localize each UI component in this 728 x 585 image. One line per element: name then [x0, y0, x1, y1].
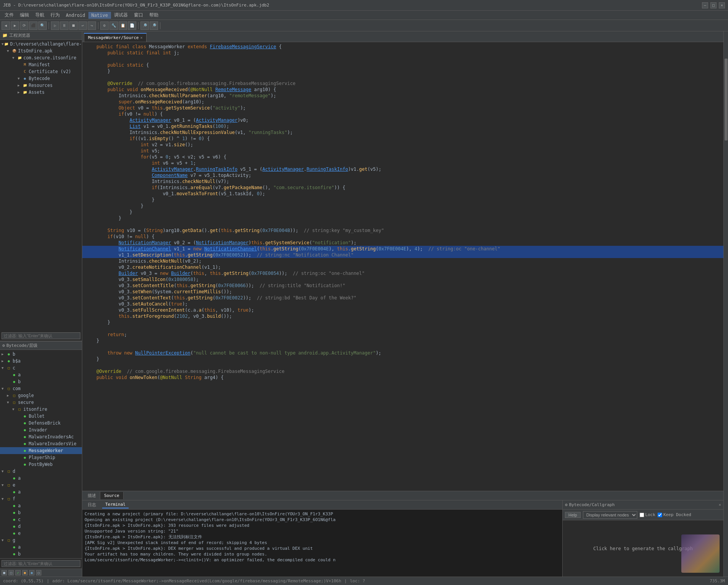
project-tree-item[interactable]: ▼📦ItsOnFire.apk — [0, 47, 82, 54]
terminal-content[interactable]: Creating a new project (primary file: D:… — [82, 510, 562, 577]
callgraph-display-select[interactable]: Display relevant nodes — [583, 511, 637, 519]
bytecode-tree-item[interactable]: ▼□g — [0, 537, 82, 544]
tree-label: PostByWeb — [29, 462, 52, 467]
menu-item-native[interactable]: Native — [88, 12, 111, 19]
toolbar-btn-4[interactable]: 🔍 — [38, 21, 47, 30]
keep-docked-checkbox[interactable] — [658, 513, 662, 517]
cb6[interactable]: ○ — [36, 570, 41, 575]
bytecode-tree-item[interactable]: ●MalwareInvadersVie — [0, 440, 82, 447]
bytecode-tree-item[interactable]: ●DefenseBrick — [0, 420, 82, 426]
bytecode-tree-item[interactable]: ●a — [0, 475, 82, 482]
code-line-content: int v2 = v1.size(); — [85, 142, 720, 148]
bytecode-tree-item[interactable]: ●MessageWorker — [0, 447, 82, 454]
bytecode-tree-item[interactable]: ▶□google — [0, 392, 82, 399]
toolbar-btn-3[interactable]: ⬛ — [29, 21, 38, 30]
minimize-button[interactable]: — — [702, 2, 708, 8]
menu-item-帮助[interactable]: 帮助 — [146, 11, 162, 19]
code-line-content: v0_3.setFullScreenIntent(c.a.a(this, v10… — [85, 307, 720, 313]
tab-source[interactable]: Source — [100, 492, 124, 499]
toolbar-btn-15[interactable]: 📄 — [128, 21, 136, 30]
bytecode-tree-item[interactable]: ●d — [0, 523, 82, 530]
cb5[interactable]: ● — [29, 570, 34, 575]
cb4[interactable]: ● — [22, 570, 28, 575]
toolbar-btn-2[interactable]: ⟳ — [20, 21, 28, 30]
code-scrollbar[interactable] — [723, 31, 728, 577]
callgraph-help-button[interactable]: Help — [565, 512, 581, 518]
maximize-button[interactable]: □ — [710, 2, 717, 8]
menu-item-android[interactable]: Android — [63, 12, 88, 19]
callgraph-close-icon[interactable]: × — [718, 502, 721, 507]
project-tree[interactable]: ▼📁D:\reverse\challange\flare-on10▼📦ItsOn… — [0, 40, 82, 331]
tree-arrow: ▼ — [7, 400, 11, 404]
bytecode-tree-item[interactable]: ▼□d — [0, 468, 82, 475]
bytecode-tree[interactable]: ▶●b▶●b$a▼□c●a●b▼□com▶□google▼□secure▼□it… — [0, 350, 82, 558]
callgraph-click-text[interactable]: Click here to generate the callgraph — [593, 546, 693, 551]
bytecode-tree-item[interactable]: ▼□com — [0, 385, 82, 392]
toolbar-btn-0[interactable]: ◀ — [2, 21, 10, 30]
bytecode-tree-item[interactable]: ●e — [0, 530, 82, 537]
bytecode-tree-item[interactable]: ▼□e — [0, 482, 82, 489]
editor-tab-messageworker[interactable]: MessageWorker/Source × — [84, 33, 147, 42]
menu-item-导航[interactable]: 导航 — [32, 11, 47, 19]
tree-icon: ● — [22, 455, 28, 460]
bytecode-tree-item[interactable]: ▼□itsonfire — [0, 406, 82, 413]
log-tab[interactable]: 日志 — [85, 501, 99, 508]
menu-item-调试器[interactable]: 调试器 — [111, 11, 131, 19]
cb3[interactable]: ✓ — [15, 570, 21, 575]
scroll-thumb[interactable] — [725, 59, 728, 141]
toolbar-btn-10[interactable]: ↪ — [88, 21, 96, 30]
bytecode-tree-item[interactable]: ▼□c — [0, 364, 82, 371]
bytecode-tree-item[interactable]: ●MalwareInvadersAc — [0, 433, 82, 440]
menu-item-窗口[interactable]: 窗口 — [131, 11, 146, 19]
toolbar-btn-7[interactable]: ⏸ — [60, 21, 69, 30]
toolbar-btn-1[interactable]: ▶ — [11, 21, 19, 30]
bytecode-tree-item[interactable]: ▼□f — [0, 495, 82, 502]
project-tree-item[interactable]: ▶📁Assets — [0, 89, 82, 96]
bytecode-tree-item[interactable]: ●Invader — [0, 426, 82, 433]
callgraph-content[interactable]: Click here to generate the callgraph — [563, 520, 723, 577]
bytecode-tree-item[interactable]: ●b — [0, 509, 82, 516]
project-tree-item[interactable]: ▼📁com.secure.itsonfire — [0, 54, 82, 61]
cb2[interactable]: □ — [8, 570, 14, 575]
terminal-tab[interactable]: Terminal — [102, 501, 129, 508]
toolbar-btn-14[interactable]: 📋 — [119, 21, 127, 30]
bytecode-tree-item[interactable]: ●a — [0, 489, 82, 495]
project-tree-item[interactable]: MManifest — [0, 61, 82, 68]
bytecode-tree-item[interactable]: ▶●b$a — [0, 358, 82, 364]
bytecode-tree-item[interactable]: ▶●b — [0, 351, 82, 358]
toolbar-btn-13[interactable]: 🔧 — [109, 21, 118, 30]
toolbar-btn-18[interactable]: 🔎 — [150, 21, 158, 30]
code-line-content: String v10 = (String)arg10.getData().get… — [85, 227, 720, 234]
toolbar-btn-8[interactable]: ⏹ — [69, 21, 78, 30]
bytecode-tree-item[interactable]: ●PostByWeb — [0, 461, 82, 468]
cb1[interactable]: ■ — [2, 570, 7, 575]
bytecode-tree-item[interactable]: ●a — [0, 371, 82, 378]
bytecode-tree-item[interactable]: ●c — [0, 516, 82, 523]
toolbar-btn-17[interactable]: 🔎 — [140, 21, 149, 30]
bytecode-tree-item[interactable]: ●PlayerShip — [0, 454, 82, 461]
bytecode-tree-item[interactable]: ●Bullet — [0, 413, 82, 420]
tree-label: b — [18, 510, 21, 515]
code-view[interactable]: public final class MessageWorker extends… — [82, 42, 723, 491]
project-tree-item[interactable]: ▼📁D:\reverse\challange\flare-on10 — [0, 41, 82, 47]
menu-item-行为[interactable]: 行为 — [47, 11, 63, 19]
menu-item-文件[interactable]: 文件 — [2, 11, 17, 19]
close-button[interactable]: ✕ — [719, 2, 725, 8]
tab-close-icon[interactable]: × — [140, 36, 142, 40]
bytecode-tree-item[interactable]: ●b — [0, 551, 82, 557]
project-tree-item[interactable]: CCertificate (v2) — [0, 68, 82, 75]
bytecode-tree-item[interactable]: ▼□secure — [0, 399, 82, 406]
bytecode-tree-item[interactable]: ●a — [0, 502, 82, 509]
toolbar-btn-9[interactable]: ↩ — [78, 21, 87, 30]
project-filter-input[interactable] — [2, 332, 80, 339]
toolbar-btn-12[interactable]: ⚙ — [100, 21, 109, 30]
bytecode-tree-item[interactable]: ●a — [0, 544, 82, 551]
tab-describe[interactable]: 描述 — [84, 492, 100, 500]
bytecode-tree-item[interactable]: ●b — [0, 378, 82, 385]
project-tree-item[interactable]: ▶📁Resources — [0, 82, 82, 89]
lock-checkbox[interactable] — [640, 513, 644, 517]
toolbar-btn-6[interactable]: ▷ — [51, 21, 59, 30]
bytecode-filter-input[interactable] — [2, 560, 80, 567]
menu-item-编辑[interactable]: 编辑 — [17, 11, 32, 19]
project-tree-item[interactable]: ▼●Bytecode — [0, 75, 82, 82]
